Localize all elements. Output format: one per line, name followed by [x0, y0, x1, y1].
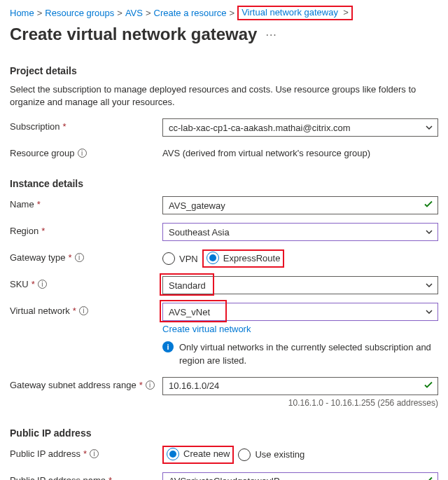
name-input[interactable] — [162, 196, 438, 214]
breadcrumb: Home> Resource groups> AVS> Create a res… — [10, 6, 438, 20]
chevron-down-icon — [425, 228, 433, 236]
breadcrumb-avs[interactable]: AVS — [125, 8, 143, 18]
resource-group-value: AVS (derived from virtual network's reso… — [162, 145, 438, 158]
radio-expressroute[interactable]: ExpressRoute — [206, 252, 281, 264]
project-details-desc: Select the subscription to manage deploy… — [10, 83, 438, 109]
breadcrumb-create-resource[interactable]: Create a resource — [154, 8, 227, 18]
chevron-down-icon — [425, 308, 433, 316]
label-virtual-network: Virtual network* i — [10, 303, 162, 316]
check-icon — [424, 200, 433, 212]
radio-use-existing[interactable]: Use existing — [238, 448, 304, 461]
breadcrumb-vng[interactable]: Virtual network gateway — [241, 7, 338, 18]
label-subnet-range: Gateway subnet address range* i — [10, 377, 162, 390]
subnet-range-input[interactable] — [162, 377, 438, 395]
create-vnet-link[interactable]: Create virtual network — [162, 324, 251, 334]
virtual-network-select[interactable]: AVS_vNet — [162, 303, 438, 321]
label-resource-group: Resource group i — [10, 145, 162, 158]
info-icon[interactable]: i — [78, 149, 87, 158]
info-icon[interactable]: i — [146, 380, 155, 390]
label-subscription: Subscription* — [10, 118, 162, 132]
chevron-down-icon — [425, 281, 433, 289]
check-icon — [424, 475, 433, 480]
page-title: Create virtual network gateway — [10, 25, 257, 44]
radio-create-new[interactable]: Create new — [167, 448, 230, 460]
vnet-hint: Only virtual networks in the currently s… — [179, 341, 438, 366]
info-icon[interactable]: i — [79, 306, 88, 315]
region-select[interactable]: Southeast Asia — [162, 223, 438, 241]
label-name: Name* — [10, 196, 162, 210]
section-instance-details: Instance details — [10, 178, 438, 189]
breadcrumb-resource-groups[interactable]: Resource groups — [45, 8, 114, 18]
public-ip-name-input[interactable] — [162, 472, 438, 480]
section-public-ip: Public IP address — [10, 427, 438, 439]
more-actions-icon[interactable]: ··· — [265, 29, 276, 41]
section-project-details: Project details — [10, 65, 438, 76]
info-bullet-icon: i — [162, 341, 174, 352]
subnet-range-hint: 10.16.1.0 - 10.16.1.255 (256 addresses) — [162, 398, 438, 408]
chevron-down-icon — [425, 123, 433, 132]
label-public-ip: Public IP address* i — [10, 446, 162, 459]
info-icon[interactable]: i — [38, 280, 47, 289]
radio-vpn[interactable]: VPN — [162, 252, 198, 265]
label-sku: SKU* i — [10, 276, 162, 289]
subscription-select[interactable]: cc-lab-xac-cp1-ca-aakash.mathai@citrix.c… — [162, 118, 438, 137]
check-icon — [424, 380, 433, 392]
sku-select[interactable]: Standard — [162, 276, 438, 294]
label-region: Region* — [10, 223, 162, 236]
label-public-ip-name: Public IP address name* — [10, 472, 162, 480]
info-icon[interactable]: i — [90, 449, 99, 458]
label-gateway-type: Gateway type* i — [10, 249, 162, 263]
breadcrumb-home[interactable]: Home — [10, 8, 34, 18]
info-icon[interactable]: i — [75, 253, 84, 262]
